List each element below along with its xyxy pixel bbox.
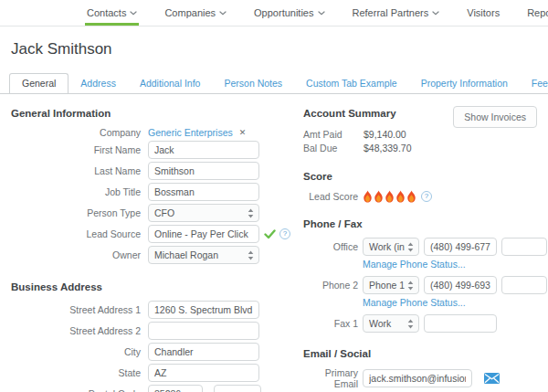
street-address-2-row: Street Address 2 [11, 322, 285, 340]
nav-item-label: Companies [164, 7, 216, 18]
office-phone-row: Office Work (invalid) [303, 238, 537, 256]
street-address-2-label: Street Address 2 [11, 325, 148, 336]
lead-score-row: Lead Score ? [303, 190, 537, 203]
nav-item-opportunities[interactable]: Opportunities [252, 0, 326, 26]
nav-item-companies[interactable]: Companies [163, 0, 228, 26]
top-nav: Contacts Companies Opportunities Referra… [0, 0, 548, 26]
person-type-select[interactable]: CFO [148, 204, 259, 222]
phone2-field[interactable] [424, 276, 497, 294]
city-row: City [11, 343, 285, 361]
nav-item-visitors[interactable]: Visitors [465, 0, 501, 26]
office-phone-type-value: Work (invalid) [369, 241, 405, 252]
lead-source-label: Lead Source [11, 228, 148, 239]
primary-email-field[interactable] [363, 369, 472, 387]
tab-address[interactable]: Address [68, 74, 128, 93]
amt-paid-row: Amt Paid $9,140.00 [303, 128, 537, 142]
chevron-down-icon [130, 11, 137, 16]
amt-paid-label: Amt Paid [303, 128, 364, 142]
company-label: Company [11, 127, 148, 138]
person-type-label: Person Type [11, 207, 148, 218]
owner-select[interactable]: Michael Rogan [148, 246, 259, 264]
lead-source-help-icon[interactable]: ? [279, 228, 290, 239]
manage-phone-status-link-office[interactable]: Manage Phone Status... [363, 259, 537, 270]
state-field[interactable] [148, 364, 259, 382]
person-type-value: CFO [154, 207, 245, 218]
general-information-heading: General Information [11, 108, 285, 119]
send-email-icon[interactable] [484, 373, 500, 384]
city-label: City [11, 346, 148, 357]
phone2-row: Phone 2 Phone 1 [303, 276, 537, 294]
manage-phone-status-link-phone2[interactable]: Manage Phone Status... [363, 297, 537, 308]
company-row: Company Generic Enterprises ✕ [11, 127, 285, 138]
nav-item-reports[interactable]: Reports [525, 0, 548, 26]
office-phone-ext-field[interactable] [501, 238, 547, 256]
bal-due-row: Bal Due $48,339.70 [303, 142, 537, 155]
first-name-row: First Name [11, 141, 285, 159]
primary-email-row: Primary Email [303, 367, 537, 389]
lead-source-row: Lead Source ? [11, 225, 285, 243]
tab-person-notes[interactable]: Person Notes [212, 74, 294, 93]
tab-general[interactable]: General [9, 73, 68, 94]
account-summary-heading: Account Summary [303, 108, 396, 119]
lead-score-label: Lead Score [303, 191, 358, 202]
street-address-2-field[interactable] [148, 322, 259, 340]
person-type-row: Person Type CFO [11, 204, 285, 222]
tab-additional-info[interactable]: Additional Info [128, 74, 213, 93]
company-link[interactable]: Generic Enterprises [148, 127, 233, 138]
stepper-icon [248, 208, 254, 218]
phone2-type-select[interactable]: Phone 1 [363, 276, 419, 294]
tab-feedback[interactable]: Feedback [520, 74, 548, 93]
nav-item-label: Contacts [87, 7, 126, 18]
nav-item-contacts[interactable]: Contacts [85, 0, 139, 26]
lead-score-flames [363, 190, 417, 203]
flame-icon [406, 190, 416, 203]
flame-icon [395, 190, 406, 203]
bal-due-value: $48,339.70 [364, 142, 412, 155]
job-title-label: Job Title [11, 186, 148, 197]
last-name-field[interactable] [148, 162, 259, 180]
contact-record-page: Contacts Companies Opportunities Referra… [0, 0, 548, 392]
postal-code-label: Postal Code [11, 388, 148, 392]
tab-custom-tab-example[interactable]: Custom Tab Example [294, 74, 409, 93]
nav-item-referral-partners[interactable]: Referral Partners [351, 0, 442, 26]
postal-code-field[interactable] [148, 385, 203, 392]
state-label: State [11, 367, 148, 378]
postal-separator: - [206, 388, 210, 392]
fax1-type-select[interactable]: Work [363, 314, 419, 333]
fax1-field[interactable] [424, 314, 497, 333]
first-name-field[interactable] [148, 141, 259, 159]
office-phone-type-select[interactable]: Work (invalid) [363, 238, 419, 256]
office-label: Office [303, 241, 358, 252]
phone2-ext-field[interactable] [501, 276, 547, 294]
last-name-label: Last Name [11, 165, 148, 176]
nav-item-label: Visitors [467, 7, 500, 18]
flame-icon [385, 190, 395, 203]
remove-company-icon[interactable]: ✕ [239, 128, 247, 137]
office-phone-field[interactable] [424, 238, 497, 256]
street-address-1-label: Street Address 1 [11, 304, 148, 315]
lead-score-help-icon[interactable]: ? [421, 191, 432, 202]
job-title-field[interactable] [148, 183, 259, 201]
owner-label: Owner [11, 249, 148, 260]
bal-due-label: Bal Due [303, 142, 364, 155]
lead-source-field[interactable] [148, 225, 259, 243]
postal-plus4-field[interactable] [214, 385, 261, 392]
nav-item-label: Opportunities [254, 7, 313, 18]
job-title-row: Job Title [11, 183, 285, 201]
postal-code-row: Postal Code - [11, 385, 285, 392]
tab-property-information[interactable]: Property Information [409, 74, 520, 93]
show-invoices-button[interactable]: Show Invoices [453, 106, 537, 128]
owner-value: Michael Rogan [154, 249, 245, 260]
last-name-row: Last Name [11, 162, 285, 180]
first-name-label: First Name [11, 144, 148, 155]
phone2-label: Phone 2 [303, 280, 358, 291]
fax1-row: Fax 1 Work [303, 314, 537, 333]
street-address-1-field[interactable] [148, 301, 259, 319]
flame-icon [363, 190, 373, 203]
flame-icon [374, 190, 384, 203]
chevron-down-icon [219, 11, 227, 16]
nav-item-label: Reports [527, 7, 548, 18]
fax1-type-value: Work [369, 318, 405, 329]
email-social-heading: Email / Social [303, 348, 537, 359]
city-field[interactable] [148, 343, 259, 361]
